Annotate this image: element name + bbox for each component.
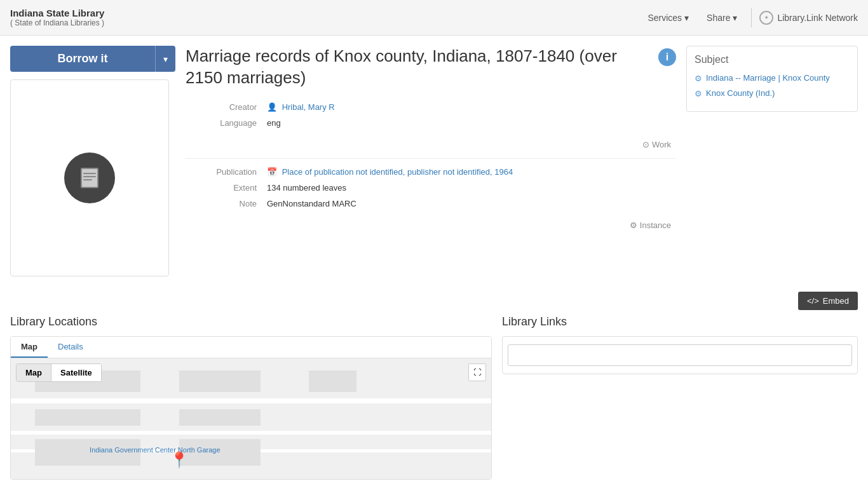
publication-link[interactable]: Place of publication not identified, pub… — [282, 167, 513, 177]
svg-rect-2 — [83, 173, 96, 174]
map-block-5 — [179, 409, 261, 426]
svg-rect-1 — [82, 169, 97, 187]
library-locations-heading: Library Locations — [10, 315, 492, 329]
map-view-button[interactable]: Map — [17, 364, 51, 381]
embed-code-icon: </> — [807, 296, 819, 306]
note-label: Note — [186, 196, 262, 212]
borrow-it-button[interactable]: Borrow it — [10, 46, 155, 72]
map-location-label: Indiana Government Center North Garage — [90, 446, 220, 454]
metadata-table-2: Publication 📅 Place of publication not i… — [186, 164, 676, 212]
map-block-4 — [35, 409, 140, 426]
header: Indiana State Library ( State of Indiana… — [0, 0, 868, 36]
share-label: Share — [707, 13, 730, 23]
instance-link-row: ⚙ Instance — [186, 217, 676, 234]
metadata-table: Creator 👤 Hribal, Mary R Language eng — [186, 99, 676, 131]
language-row: Language eng — [186, 115, 676, 131]
left-panel: Borrow it ▾ — [10, 46, 175, 276]
links-box — [502, 336, 858, 374]
borrow-dropdown-arrow-icon: ▾ — [163, 54, 168, 64]
record-title-text: Marriage records of Knox county, Indiana… — [186, 46, 617, 87]
map-controls: Map Satellite — [16, 363, 102, 382]
subject-item-1-text: Indiana -- Marriage | Knox County — [706, 73, 830, 83]
record-title: Marriage records of Knox county, Indiana… — [186, 46, 676, 89]
calendar-icon: 📅 — [267, 167, 277, 177]
right-panel: Subject ⚙ Indiana -- Marriage | Knox Cou… — [686, 46, 858, 276]
creator-label: Creator — [186, 99, 262, 115]
library-links-search[interactable] — [508, 344, 852, 366]
embed-bar: </> Embed — [0, 287, 868, 315]
creator-link[interactable]: Hribal, Mary R — [282, 102, 335, 112]
road-h1 — [11, 398, 491, 403]
info-icon[interactable]: i — [658, 48, 676, 66]
subject-heading: Subject — [695, 54, 850, 65]
gear-small-icon: ⚙ — [630, 220, 637, 230]
share-chevron-icon: ▾ — [733, 13, 737, 23]
network-icon: ✦ — [759, 11, 773, 25]
library-links-heading: Library Links — [502, 315, 858, 329]
tab-details[interactable]: Details — [48, 337, 93, 358]
svg-rect-4 — [83, 179, 92, 180]
creator-value: 👤 Hribal, Mary R — [262, 99, 676, 115]
locations-box: Map Details — [10, 336, 492, 480]
bottom-section: Library Locations Map Details — [0, 315, 868, 488]
circle-icon: ⊙ — [642, 140, 649, 149]
map-block-3 — [309, 370, 357, 392]
work-link-row: ⊙ Work — [186, 136, 676, 153]
extent-value: 134 numbered leaves — [262, 180, 676, 196]
tabs-bar: Map Details — [11, 337, 491, 358]
publication-row: Publication 📅 Place of publication not i… — [186, 164, 676, 180]
extent-row: Extent 134 numbered leaves — [186, 180, 676, 196]
publication-label: Publication — [186, 164, 262, 180]
embed-label: Embed — [823, 296, 849, 306]
subject-item-2[interactable]: ⚙ Knox County (Ind.) — [695, 88, 850, 98]
instance-link[interactable]: ⚙ Instance — [630, 220, 671, 230]
language-label: Language — [186, 115, 262, 131]
network-label: Library.Link Network — [777, 13, 858, 23]
section-divider-top — [186, 158, 676, 159]
header-right: Services ▾ Share ▾ ✦ Library.Link Networ… — [641, 8, 858, 27]
note-row: Note GenNonstandard MARC — [186, 196, 676, 212]
library-name: Indiana State Library — [10, 8, 104, 18]
main-container: Borrow it ▾ Marriage records of Knox cou… — [0, 36, 868, 287]
creator-row: Creator 👤 Hribal, Mary R — [186, 99, 676, 115]
header-divider — [751, 8, 752, 27]
borrow-dropdown-button[interactable]: ▾ — [155, 46, 175, 72]
work-link-text: Work — [652, 140, 671, 149]
satellite-view-button[interactable]: Satellite — [51, 364, 101, 381]
services-button[interactable]: Services ▾ — [641, 9, 695, 27]
subject-box: Subject ⚙ Indiana -- Marriage | Knox Cou… — [686, 46, 858, 112]
services-chevron-icon: ▾ — [684, 13, 689, 23]
extent-label: Extent — [186, 180, 262, 196]
header-left: Indiana State Library ( State of Indiana… — [10, 8, 104, 27]
library-links: Library Links — [502, 315, 858, 480]
map-container: Map Satellite ⛶ Indiana Government Cente… — [11, 358, 491, 479]
share-button[interactable]: Share ▾ — [700, 9, 743, 27]
person-icon: 👤 — [267, 102, 277, 112]
map-right-controls: ⛶ — [468, 363, 486, 381]
instance-link-text: Instance — [640, 220, 671, 230]
center-panel: Marriage records of Knox county, Indiana… — [186, 46, 676, 276]
fullscreen-button[interactable]: ⛶ — [468, 363, 486, 381]
gear-icon-1: ⚙ — [695, 74, 702, 83]
library-sub: ( State of Indiana Libraries ) — [10, 18, 104, 27]
map-pin-icon: 📍 — [170, 451, 189, 469]
embed-button[interactable]: </> Embed — [798, 292, 858, 310]
subject-item-1[interactable]: ⚙ Indiana -- Marriage | Knox County — [695, 73, 850, 83]
svg-rect-3 — [83, 176, 96, 177]
library-locations: Library Locations Map Details — [10, 315, 492, 480]
road-h2 — [11, 431, 491, 435]
tab-map[interactable]: Map — [11, 337, 48, 358]
language-value: eng — [262, 115, 676, 131]
services-label: Services — [648, 13, 682, 23]
map-block-2 — [179, 370, 261, 392]
subject-item-2-text: Knox County (Ind.) — [706, 88, 775, 98]
cover-box — [10, 79, 169, 276]
note-value: GenNonstandard MARC — [262, 196, 676, 212]
publication-value: 📅 Place of publication not identified, p… — [262, 164, 676, 180]
borrow-btn-group: Borrow it ▾ — [10, 46, 175, 72]
book-icon — [64, 152, 115, 203]
library-link-network: ✦ Library.Link Network — [759, 11, 858, 25]
work-link[interactable]: ⊙ Work — [642, 140, 671, 149]
gear-icon-2: ⚙ — [695, 89, 702, 98]
